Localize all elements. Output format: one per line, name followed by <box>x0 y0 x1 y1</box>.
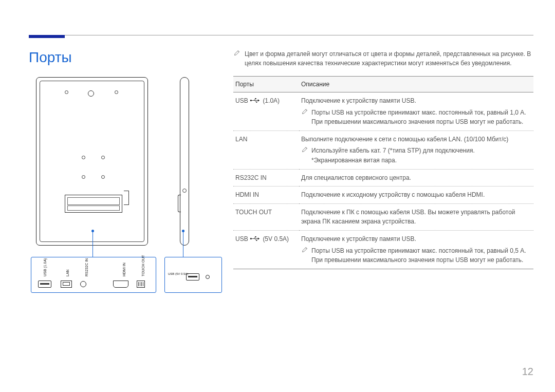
leader-line <box>92 231 93 257</box>
port-suffix: (1.0A) <box>263 97 280 104</box>
svg-point-6 <box>250 238 252 239</box>
port-label-usb2: USB (5V 0.5A) <box>168 272 183 275</box>
header-rule <box>29 35 533 35</box>
lan-port-icon <box>61 281 72 288</box>
port-desc: Подключение к устройству памяти USB. <box>301 234 531 244</box>
port-note: Порты USB на устройстве принимают макс. … <box>311 108 531 127</box>
rs232c-port-icon <box>80 281 86 287</box>
port-label-rs232c: RS232C IN <box>85 258 88 276</box>
pencil-icon <box>301 146 308 153</box>
svg-point-0 <box>250 100 252 101</box>
port-name: HDMI IN <box>235 191 259 198</box>
port-name-cell: HDMI IN <box>233 186 299 204</box>
top-note-text: Цвет и форма деталей могут отличаться от… <box>245 49 533 68</box>
port-name-cell: USB (1.0A) <box>233 92 299 131</box>
page-title: Порты <box>29 49 72 66</box>
port-note: Используйте кабель кат. 7 (*типа STP) дл… <box>311 146 531 165</box>
port-suffix: (5V 0.5A) <box>263 235 289 242</box>
svg-rect-3 <box>255 98 256 99</box>
table-row: HDMI INПодключение к исходному устройств… <box>233 186 533 204</box>
port-note: Порты USB на устройстве принимают макс. … <box>311 246 531 265</box>
table-row: LANВыполните подключение к сети с помощь… <box>233 130 533 169</box>
port-desc-cell: Подключение к устройству памяти USB.Порт… <box>299 230 533 269</box>
port-name-cell: LAN <box>233 130 299 169</box>
svg-rect-9 <box>255 236 256 237</box>
port-label-usb: USB (1.0A) <box>43 258 47 276</box>
header-tab <box>29 35 65 38</box>
port-desc-cell: Подключение к ПК с помощью кабеля USB. В… <box>299 203 533 230</box>
table-row: TOUCH OUTПодключение к ПК с помощью кабе… <box>233 203 533 230</box>
port-desc: Для специалистов сервисного центра. <box>301 173 531 183</box>
port-name: TOUCH OUT <box>235 209 272 216</box>
port-desc: Подключение к ПК с помощью кабеля USB. В… <box>301 208 531 227</box>
port-label-hdmi: HDMI IN <box>122 263 126 276</box>
pencil-icon <box>301 108 308 115</box>
usb-port-icon <box>38 281 51 288</box>
port-desc: Подключение к устройству памяти USB. <box>301 96 531 106</box>
touch-port-icon <box>137 281 145 288</box>
page-number: 12 <box>522 366 533 378</box>
port-desc-cell: Для специалистов сервисного центра. <box>299 169 533 186</box>
port-name: USB <box>235 97 248 104</box>
table-row: USB (1.0A)Подключение к устройству памят… <box>233 92 533 131</box>
leader-line <box>183 231 183 257</box>
device-back-illustration <box>36 77 148 246</box>
usb-port-icon <box>186 273 199 281</box>
top-note: Цвет и форма деталей могут отличаться от… <box>233 49 533 68</box>
device-side-illustration <box>180 77 189 246</box>
port-desc: Подключение к исходному устройству с пом… <box>301 190 531 200</box>
svg-line-10 <box>254 238 256 240</box>
usb-trident-icon <box>250 236 261 242</box>
port-name: LAN <box>235 136 247 143</box>
svg-point-5 <box>256 101 257 102</box>
content-column: Цвет и форма деталей могут отличаться от… <box>233 49 533 269</box>
port-name: USB <box>235 235 248 242</box>
port-name-cell: USB (5V 0.5A) <box>233 230 299 269</box>
port-name-cell: RS232C IN <box>233 169 299 186</box>
svg-line-4 <box>254 101 256 102</box>
port-name: RS232C IN <box>235 174 267 181</box>
usb-trident-icon <box>250 98 261 104</box>
th-ports: Порты <box>233 77 299 92</box>
table-row: USB (5V 0.5A)Подключение к устройству па… <box>233 230 533 269</box>
port-name-cell: TOUCH OUT <box>233 203 299 230</box>
ports-table: Порты Описание USB (1.0A)Подключение к у… <box>233 76 533 269</box>
pencil-icon <box>301 246 308 253</box>
th-desc: Описание <box>299 77 533 92</box>
pencil-icon <box>233 49 240 57</box>
aux-dot-icon <box>206 275 210 279</box>
table-row: RS232C INДля специалистов сервисного цен… <box>233 169 533 186</box>
hdmi-port-icon <box>113 281 128 288</box>
port-label-lan: LAN <box>66 269 69 276</box>
port-desc: Выполните подключение к сети с помощью к… <box>301 135 531 144</box>
port-desc-cell: Подключение к исходному устройству с пом… <box>299 186 533 204</box>
port-desc-cell: Подключение к устройству памяти USB.Порт… <box>299 92 533 131</box>
svg-point-11 <box>256 239 257 240</box>
port-desc-cell: Выполните подключение к сети с помощью к… <box>299 130 533 169</box>
port-label-touch: TOUCH OUT <box>141 255 145 276</box>
